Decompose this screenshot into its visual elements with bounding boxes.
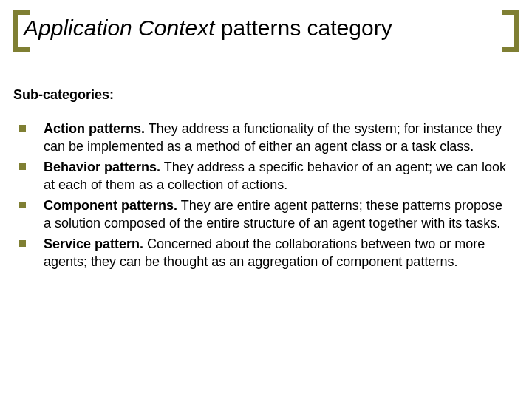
title-rest-part: patterns category [215, 16, 392, 40]
list-item-text: Action patterns. They address a function… [44, 120, 511, 155]
list-item: Action patterns. They address a function… [13, 120, 511, 155]
list-item-text: Service pattern. Concerned about the col… [44, 235, 511, 270]
list-item-text: Component patterns. They are entire agen… [44, 197, 511, 232]
slide-title: Application Context patterns category [24, 13, 392, 43]
title-italic-part: Application Context [24, 16, 215, 40]
slide: Application Context patterns category Su… [0, 0, 532, 399]
square-bullet-icon [19, 163, 26, 170]
item-lead: Component patterns. [44, 198, 177, 213]
list-item: Service pattern. Concerned about the col… [13, 235, 511, 270]
square-bullet-icon [19, 240, 26, 247]
list-item: Behavior patterns. They address a specif… [13, 158, 511, 194]
square-bullet-icon [19, 125, 26, 132]
square-bullet-icon [19, 202, 26, 208]
list-item: Component patterns. They are entire agen… [13, 197, 511, 232]
list-item-text: Behavior patterns. They address a specif… [44, 158, 511, 194]
item-lead: Service pattern. [44, 236, 143, 251]
bracket-right-icon [502, 10, 519, 52]
title-bar: Application Context patterns category [13, 10, 519, 55]
body-list: Action patterns. They address a function… [13, 120, 511, 273]
item-lead: Action patterns. [44, 121, 145, 136]
sub-heading: Sub-categories: [13, 87, 114, 103]
item-lead: Behavior patterns. [44, 160, 160, 174]
